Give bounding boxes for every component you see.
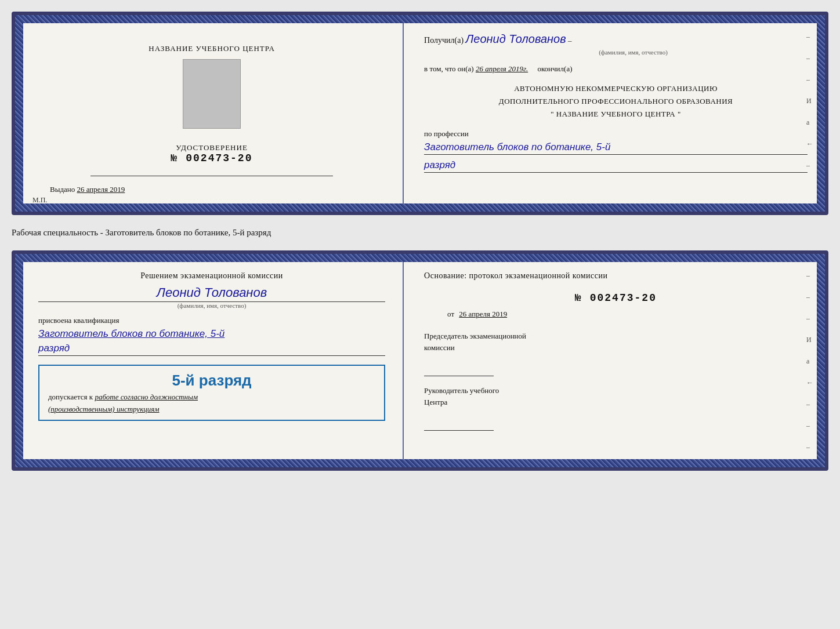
cert-date: 26 апреля 2019г. xyxy=(476,64,528,73)
between-label: Рабочая специальность - Заготовитель бло… xyxy=(12,226,828,240)
profession-label: по профессии xyxy=(424,129,808,139)
rank-value-top: разряд xyxy=(424,159,808,173)
profession-value: Заготовитель блоков по ботанике, 5-й xyxy=(424,141,808,155)
cert-label: УДОСТОВЕРЕНИЕ xyxy=(171,143,253,152)
fio-sublabel-bottom: (фамилия, имя, отчество) xyxy=(38,302,385,309)
decision-text: Решением экзаменационной комиссии xyxy=(38,271,385,281)
head-block: Руководитель учебного Центра xyxy=(424,385,808,431)
basis-label: Основание: протокол экзаменационной коми… xyxy=(424,271,808,281)
stamp-admission2: (производственным) инструкциям xyxy=(48,405,375,414)
top-document: НАЗВАНИЕ УЧЕБНОГО ЦЕНТРА УДОСТОВЕРЕНИЕ №… xyxy=(12,12,828,215)
person-name-large: Леонид Толованов xyxy=(38,285,385,302)
org-block: АВТОНОМНУЮ НЕКОММЕРЧЕСКУЮ ОРГАНИЗАЦИЮ ДО… xyxy=(424,82,808,121)
cert-number-block: УДОСТОВЕРЕНИЕ № 002473-20 xyxy=(171,143,253,164)
stamp-box: 5-й разряд допускается к работе согласно… xyxy=(38,365,385,421)
stamp-rank: 5-й разряд xyxy=(48,372,375,390)
recipient-line: Получил(а) Леонид Толованов – xyxy=(424,32,808,46)
qualification-label: присвоена квалификация xyxy=(38,316,385,325)
chairman-block: Председатель экзаменационной комиссии xyxy=(424,330,808,376)
issued-date: Выдано 26 апреля 2019 xyxy=(38,185,125,194)
page-wrapper: НАЗВАНИЕ УЧЕБНОГО ЦЕНТРА УДОСТОВЕРЕНИЕ №… xyxy=(12,12,828,471)
chairman-title: Председатель экзаменационной комиссии xyxy=(424,330,808,353)
bottom-doc-left: Решением экзаменационной комиссии Леонид… xyxy=(15,254,404,467)
cert-number-value: № 002473-20 xyxy=(171,152,253,164)
training-center-title: НАЗВАНИЕ УЧЕБНОГО ЦЕНТРА xyxy=(149,44,274,53)
admission-text: работе согласно должностным xyxy=(95,392,198,401)
head-title: Руководитель учебного Центра xyxy=(424,385,808,408)
protocol-number: № 002473-20 xyxy=(424,292,808,304)
mp-label: М.П. xyxy=(32,196,47,205)
from-date-value: 26 апреля 2019 xyxy=(459,310,507,318)
top-doc-right: Получил(а) Леонид Толованов – (фамилия, … xyxy=(404,15,825,212)
stamp-admission: допускается к работе согласно должностны… xyxy=(48,392,375,402)
chairman-signature-line xyxy=(424,365,494,376)
fio-sublabel-top: (фамилия, имя, отчество) xyxy=(459,49,808,56)
rank-bottom: разряд xyxy=(38,343,385,356)
bottom-document: Решением экзаменационной комиссии Леонид… xyxy=(12,250,828,471)
recipient-name: Леонид Толованов xyxy=(466,32,566,45)
top-doc-left: НАЗВАНИЕ УЧЕБНОГО ЦЕНТРА УДОСТОВЕРЕНИЕ №… xyxy=(15,15,404,212)
head-signature-line xyxy=(424,419,494,431)
side-marks-bottom: – – – И а ← – – – – – xyxy=(806,271,813,471)
admission-text2: (производственным) инструкциям xyxy=(48,405,160,413)
bottom-doc-right: Основание: протокол экзаменационной коми… xyxy=(404,254,825,467)
confirm-date-line: в том, что он(а) 26 апреля 2019г. окончи… xyxy=(424,64,808,74)
from-date: от 26 апреля 2019 xyxy=(424,310,808,319)
side-marks-top: – – – И а ← – xyxy=(806,32,813,170)
qualification-value: Заготовитель блоков по ботанике, 5-й xyxy=(38,328,385,340)
photo-placeholder xyxy=(183,59,241,129)
